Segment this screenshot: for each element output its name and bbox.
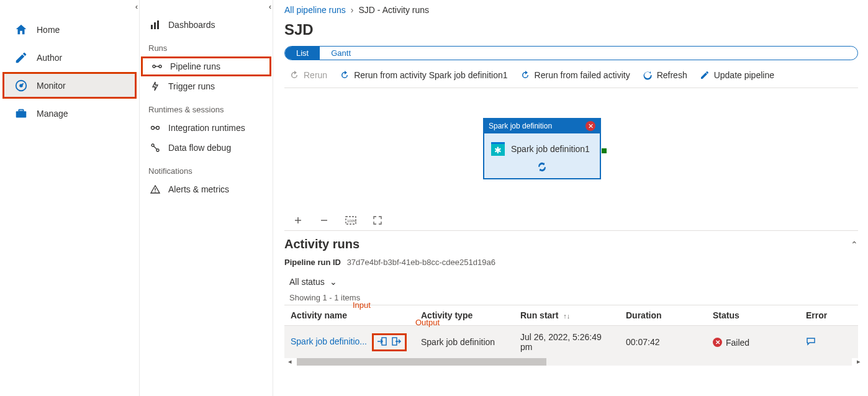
side-item-dashboards[interactable]: Dashboards xyxy=(141,15,271,35)
side-label: Data flow debug xyxy=(168,143,231,153)
toolbox-icon xyxy=(14,107,28,120)
side-label: Dashboards xyxy=(168,20,215,30)
side-item-integration-runtimes[interactable]: Integration runtimes xyxy=(141,118,271,138)
rerun-icon xyxy=(289,70,299,80)
table-header-row: Activity name Input Output Activity type… xyxy=(284,305,858,326)
scroll-left-icon[interactable]: ◂ xyxy=(288,358,292,366)
error-message-icon[interactable] xyxy=(806,338,816,348)
col-error[interactable]: Error xyxy=(800,305,858,326)
nav-item-author[interactable]: Author xyxy=(2,44,137,71)
scrollbar-thumb[interactable] xyxy=(297,358,546,366)
activity-node-body-title: Spark job definition1 xyxy=(511,144,590,154)
io-icons-highlight xyxy=(372,333,407,351)
col-label: Run start xyxy=(520,310,558,320)
side-label: Alerts & metrics xyxy=(168,184,229,194)
col-activity-name[interactable]: Activity name Input Output xyxy=(284,305,415,326)
monitor-side-panel: ‹‹ Dashboards Runs Pipeline runs Trigger… xyxy=(140,0,273,396)
activity-runs-section: Activity runs ⌃ Pipeline run ID 37d7e4bf… xyxy=(284,231,858,396)
side-item-data-flow-debug[interactable]: Data flow debug xyxy=(141,138,271,158)
activity-node-spark-job[interactable]: Spark job definition ✕ ✱ Spark job defin… xyxy=(483,118,601,179)
side-label: Pipeline runs xyxy=(170,61,220,71)
activity-type-cell: Spark job definition xyxy=(415,326,514,359)
zoom-fit-icon[interactable]: 100% xyxy=(345,215,356,225)
failed-icon: ✕ xyxy=(713,338,722,347)
activity-name-link[interactable]: Spark job definitio... xyxy=(291,336,367,346)
gauge-icon xyxy=(14,79,28,92)
nav-label: Home xyxy=(37,25,60,35)
activity-runs-heading: Activity runs xyxy=(284,237,359,251)
activity-runs-table-wrap: Activity name Input Output Activity type… xyxy=(284,305,858,366)
breadcrumb-root-link[interactable]: All pipeline runs xyxy=(284,5,346,15)
main-content: All pipeline runs › SJD - Activity runs … xyxy=(273,0,868,396)
view-toggle: List Gantt xyxy=(284,46,858,60)
sync-icon[interactable] xyxy=(537,162,547,174)
svg-point-11 xyxy=(151,144,154,146)
pipeline-runs-icon xyxy=(151,61,163,72)
toolbar-label: Update pipeline xyxy=(714,70,774,80)
breadcrumb: All pipeline runs › SJD - Activity runs xyxy=(284,0,858,17)
col-label: Error xyxy=(806,310,827,320)
view-toggle-list[interactable]: List xyxy=(285,47,320,60)
pencil-icon xyxy=(14,51,28,65)
page-title: SJD xyxy=(284,21,858,38)
chevron-right-icon: › xyxy=(351,5,354,15)
spark-activity-icon: ✱ xyxy=(491,142,505,156)
rerun-activity-icon xyxy=(340,70,350,80)
col-activity-type[interactable]: Activity type xyxy=(415,305,514,326)
collapse-section-icon[interactable]: ⌃ xyxy=(851,240,858,250)
zoom-in-icon[interactable] xyxy=(293,215,303,225)
col-label: Duration xyxy=(626,310,662,320)
data-flow-debug-icon xyxy=(150,142,161,153)
nav-item-home[interactable]: Home xyxy=(2,16,137,43)
status-filter-label: All status xyxy=(289,277,325,287)
svg-rect-3 xyxy=(19,109,23,111)
close-icon[interactable]: ✕ xyxy=(585,121,595,131)
fullscreen-icon[interactable] xyxy=(373,215,382,225)
nav-item-manage[interactable]: Manage xyxy=(2,100,137,127)
edit-icon xyxy=(700,70,710,80)
output-icon[interactable] xyxy=(391,336,402,348)
nav-item-monitor[interactable]: Monitor xyxy=(2,72,137,99)
horizontal-scrollbar[interactable]: ◂ ▸ xyxy=(297,358,852,366)
toolbar-label: Rerun xyxy=(304,70,327,80)
svg-point-13 xyxy=(155,191,156,192)
svg-rect-5 xyxy=(154,22,156,29)
rerun-from-failed-button[interactable]: Rerun from failed activity xyxy=(520,70,630,80)
toolbar-label: Refresh xyxy=(657,70,687,80)
svg-point-10 xyxy=(156,127,160,130)
side-item-trigger-runs[interactable]: Trigger runs xyxy=(141,76,271,96)
toolbar-label: Rerun from failed activity xyxy=(535,70,630,80)
dashboards-icon xyxy=(150,19,161,30)
trigger-runs-icon xyxy=(150,81,161,92)
col-duration[interactable]: Duration xyxy=(620,305,707,326)
pipeline-canvas[interactable]: Spark job definition ✕ ✱ Spark job defin… xyxy=(284,88,858,231)
run-start-cell: Jul 26, 2022, 5:26:49 pm xyxy=(514,326,620,359)
side-section-runs: Runs xyxy=(140,35,273,56)
scroll-right-icon[interactable]: ▸ xyxy=(857,358,861,366)
svg-rect-2 xyxy=(16,111,27,117)
svg-text:100%: 100% xyxy=(347,219,356,223)
status-text: Failed xyxy=(726,338,749,348)
col-run-start[interactable]: Run start ↑↓ xyxy=(514,305,620,326)
view-toggle-gantt[interactable]: Gantt xyxy=(320,47,362,60)
side-item-pipeline-runs[interactable]: Pipeline runs xyxy=(141,56,271,76)
col-label: Status xyxy=(713,310,739,320)
refresh-icon xyxy=(643,70,653,80)
pipeline-run-id: Pipeline run ID 37d7e4bf-b3bf-41eb-b8cc-… xyxy=(284,258,858,267)
input-icon[interactable] xyxy=(376,336,387,348)
rerun-from-activity-button[interactable]: Rerun from activity Spark job definition… xyxy=(340,70,507,80)
zoom-out-icon[interactable] xyxy=(319,215,329,225)
table-row[interactable]: Spark job definitio... Spark job defini xyxy=(284,326,858,359)
status-filter-dropdown[interactable]: All status ⌄ xyxy=(289,277,858,287)
update-pipeline-button[interactable]: Update pipeline xyxy=(700,70,774,80)
col-status[interactable]: Status xyxy=(707,305,800,326)
refresh-button[interactable]: Refresh xyxy=(643,70,687,80)
run-id-value: 37d7e4bf-b3bf-41eb-b8cc-cdee251d19a6 xyxy=(347,258,495,267)
side-item-alerts-metrics[interactable]: Alerts & metrics xyxy=(141,179,271,199)
integration-runtimes-icon xyxy=(150,122,161,133)
sort-icon: ↑↓ xyxy=(563,312,570,320)
svg-point-12 xyxy=(156,149,159,151)
succeed-handle-icon[interactable] xyxy=(602,148,607,153)
svg-rect-4 xyxy=(151,25,153,29)
toolbar: Rerun Rerun from activity Spark job defi… xyxy=(284,68,858,88)
